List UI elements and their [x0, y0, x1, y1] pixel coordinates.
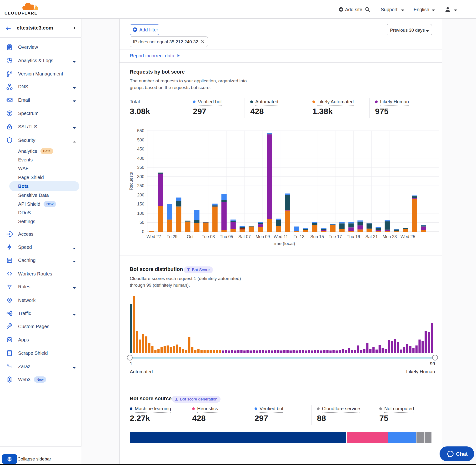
svg-text:300: 300 [137, 174, 144, 179]
svg-text:Fri 29: Fri 29 [167, 234, 177, 239]
svg-text:Mon 09: Mon 09 [255, 234, 270, 239]
svg-text:Wed 25: Wed 25 [401, 234, 415, 239]
svg-text:Tue 03: Tue 03 [202, 234, 215, 239]
svg-text:100: 100 [137, 211, 144, 216]
svg-text:0: 0 [142, 229, 144, 234]
svg-text:1: 1 [130, 361, 132, 366]
svg-text:Time (local): Time (local) [272, 241, 295, 246]
svg-text:Thu 05: Thu 05 [220, 234, 233, 239]
svg-text:Sun 15: Sun 15 [310, 234, 324, 239]
svg-text:Sat 07: Sat 07 [238, 234, 251, 239]
svg-text:350: 350 [137, 165, 144, 170]
svg-text:Wed 27: Wed 27 [147, 234, 161, 239]
svg-text:Sat 21: Sat 21 [365, 234, 378, 239]
svg-text:50: 50 [139, 220, 144, 225]
svg-text:450: 450 [137, 147, 144, 151]
svg-text:Thu 19: Thu 19 [347, 234, 360, 239]
svg-text:Automated: Automated [130, 369, 153, 374]
svg-text:Wed 11: Wed 11 [274, 234, 288, 239]
svg-text:Oct: Oct [187, 234, 193, 239]
svg-text:400: 400 [137, 156, 144, 161]
svg-text:550: 550 [137, 128, 144, 133]
svg-text:Likely Human: Likely Human [406, 369, 435, 374]
svg-text:Mon 23: Mon 23 [383, 234, 397, 239]
svg-text:200: 200 [137, 193, 144, 197]
svg-text:Requests: Requests [129, 172, 134, 190]
svg-text:150: 150 [137, 202, 144, 206]
svg-text:500: 500 [137, 137, 144, 142]
svg-text:Tue 17: Tue 17 [328, 234, 342, 239]
svg-text:99: 99 [430, 361, 435, 366]
svg-text:250: 250 [137, 183, 144, 188]
svg-text:Fri 13: Fri 13 [294, 234, 305, 239]
